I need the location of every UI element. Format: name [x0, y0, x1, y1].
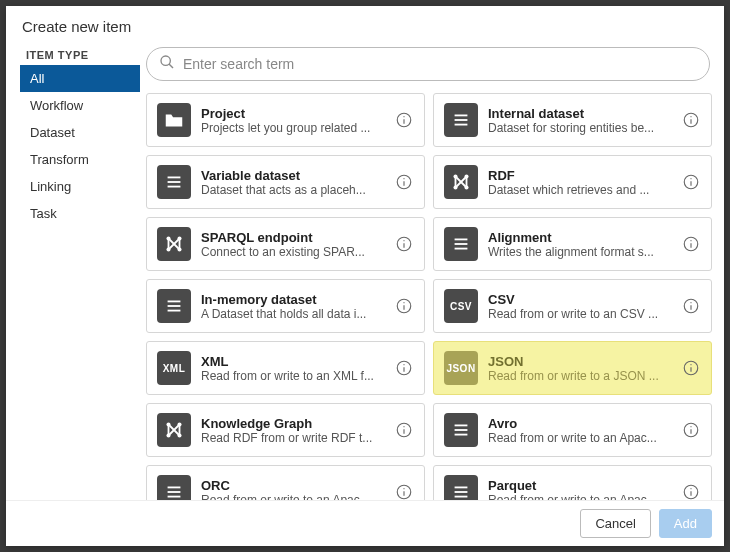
svg-point-50: [403, 302, 404, 303]
dialog-title: Create new item: [6, 6, 724, 43]
search-icon: [159, 54, 175, 74]
info-icon[interactable]: [681, 234, 701, 254]
card-title: In-memory dataset: [201, 292, 384, 307]
sidebar-item-all[interactable]: All: [20, 65, 140, 92]
item-card-rdf[interactable]: RDFDataset which retrieves and ...: [433, 155, 712, 209]
content-area: ProjectProjects let you group related ..…: [140, 43, 724, 500]
lines-icon: [444, 475, 478, 500]
info-icon[interactable]: [394, 358, 414, 378]
add-button[interactable]: Add: [659, 509, 712, 538]
dialog-body: ITEM TYPE AllWorkflowDatasetTransformLin…: [6, 43, 724, 500]
item-card-parquet[interactable]: ParquetRead from or write to an Apac...: [433, 465, 712, 500]
card-description: Dataset which retrieves and ...: [488, 183, 671, 197]
search-input[interactable]: [183, 56, 697, 72]
item-card-json[interactable]: JSONJSONRead from or write to a JSON ...: [433, 341, 712, 395]
card-description: A Dataset that holds all data i...: [201, 307, 384, 321]
item-card-orc[interactable]: ORCRead from or write to an Apac...: [146, 465, 425, 500]
info-icon[interactable]: [681, 296, 701, 316]
card-grid: ProjectProjects let you group related ..…: [146, 93, 712, 500]
info-icon[interactable]: [681, 110, 701, 130]
item-card-sparql-endpoint[interactable]: SPARQL endpointConnect to an existing SP…: [146, 217, 425, 271]
card-body: CSVRead from or write to an CSV ...: [488, 292, 671, 321]
card-description: Read from or write to a JSON ...: [488, 369, 671, 383]
card-body: AlignmentWrites the alignment format s..…: [488, 230, 671, 259]
card-title: Knowledge Graph: [201, 416, 384, 431]
svg-point-76: [690, 426, 691, 427]
card-body: Variable datasetDataset that acts as a p…: [201, 168, 384, 197]
card-body: In-memory datasetA Dataset that holds al…: [201, 292, 384, 321]
card-title: Project: [201, 106, 384, 121]
sidebar-item-linking[interactable]: Linking: [20, 173, 140, 200]
svg-point-10: [690, 116, 691, 117]
card-description: Read from or write to an CSV ...: [488, 307, 671, 321]
info-icon[interactable]: [681, 358, 701, 378]
card-body: JSONRead from or write to a JSON ...: [488, 354, 671, 383]
cancel-button[interactable]: Cancel: [580, 509, 650, 538]
card-title: Avro: [488, 416, 671, 431]
info-icon[interactable]: [394, 296, 414, 316]
lines-icon: [444, 103, 478, 137]
lines-icon: [157, 475, 191, 500]
card-body: ParquetRead from or write to an Apac...: [488, 478, 671, 501]
create-item-dialog: Create new item ITEM TYPE AllWorkflowDat…: [6, 6, 724, 546]
svg-point-44: [690, 240, 691, 241]
item-card-avro[interactable]: AvroRead from or write to an Apac...: [433, 403, 712, 457]
card-description: Connect to an existing SPAR...: [201, 245, 384, 259]
sidebar-heading: ITEM TYPE: [20, 47, 140, 65]
card-title: Variable dataset: [201, 168, 384, 183]
svg-point-4: [403, 116, 404, 117]
card-description: Writes the alignment format s...: [488, 245, 671, 259]
card-title: RDF: [488, 168, 671, 183]
item-card-project[interactable]: ProjectProjects let you group related ..…: [146, 93, 425, 147]
sidebar: ITEM TYPE AllWorkflowDatasetTransformLin…: [10, 43, 140, 500]
card-description: Read from or write to an Apac...: [488, 431, 671, 445]
sidebar-item-workflow[interactable]: Workflow: [20, 92, 140, 119]
search-box[interactable]: [146, 47, 710, 81]
svg-point-0: [161, 56, 170, 65]
svg-point-59: [690, 364, 691, 365]
graph-icon: [157, 413, 191, 447]
item-card-alignment[interactable]: AlignmentWrites the alignment format s..…: [433, 217, 712, 271]
info-icon[interactable]: [681, 420, 701, 440]
item-card-xml[interactable]: XMLXMLRead from or write to an XML f...: [146, 341, 425, 395]
card-description: Read from or write to an Apac...: [488, 493, 671, 501]
card-description: Dataset that acts as a placeh...: [201, 183, 384, 197]
item-card-in-memory-dataset[interactable]: In-memory datasetA Dataset that holds al…: [146, 279, 425, 333]
info-icon[interactable]: [394, 420, 414, 440]
graph-icon: [444, 165, 478, 199]
csv-icon: CSV: [444, 289, 478, 323]
info-icon[interactable]: [394, 234, 414, 254]
card-description: Read from or write to an XML f...: [201, 369, 384, 383]
card-title: CSV: [488, 292, 671, 307]
item-card-knowledge-graph[interactable]: Knowledge GraphRead RDF from or write RD…: [146, 403, 425, 457]
info-icon[interactable]: [681, 482, 701, 500]
card-body: SPARQL endpointConnect to an existing SP…: [201, 230, 384, 259]
graph-icon: [157, 227, 191, 261]
card-body: Knowledge GraphRead RDF from or write RD…: [201, 416, 384, 445]
sidebar-item-task[interactable]: Task: [20, 200, 140, 227]
item-card-internal-dataset[interactable]: Internal datasetDataset for storing enti…: [433, 93, 712, 147]
lines-icon: [444, 227, 478, 261]
card-description: Read from or write to an Apac...: [201, 493, 384, 501]
info-icon[interactable]: [394, 482, 414, 500]
icon-badge: CSV: [450, 301, 472, 312]
card-title: SPARQL endpoint: [201, 230, 384, 245]
card-title: XML: [201, 354, 384, 369]
card-title: ORC: [201, 478, 384, 493]
json-icon: JSON: [444, 351, 478, 385]
icon-badge: JSON: [446, 363, 475, 374]
cards-scroll[interactable]: ProjectProjects let you group related ..…: [144, 91, 714, 500]
xml-icon: XML: [157, 351, 191, 385]
item-card-csv[interactable]: CSVCSVRead from or write to an CSV ...: [433, 279, 712, 333]
info-icon[interactable]: [394, 110, 414, 130]
card-body: XMLRead from or write to an XML f...: [201, 354, 384, 383]
info-icon[interactable]: [394, 172, 414, 192]
info-icon[interactable]: [681, 172, 701, 192]
card-title: Alignment: [488, 230, 671, 245]
item-card-variable-dataset[interactable]: Variable datasetDataset that acts as a p…: [146, 155, 425, 209]
sidebar-item-transform[interactable]: Transform: [20, 146, 140, 173]
card-body: RDFDataset which retrieves and ...: [488, 168, 671, 197]
svg-line-1: [169, 64, 173, 68]
svg-point-82: [403, 488, 404, 489]
sidebar-item-dataset[interactable]: Dataset: [20, 119, 140, 146]
